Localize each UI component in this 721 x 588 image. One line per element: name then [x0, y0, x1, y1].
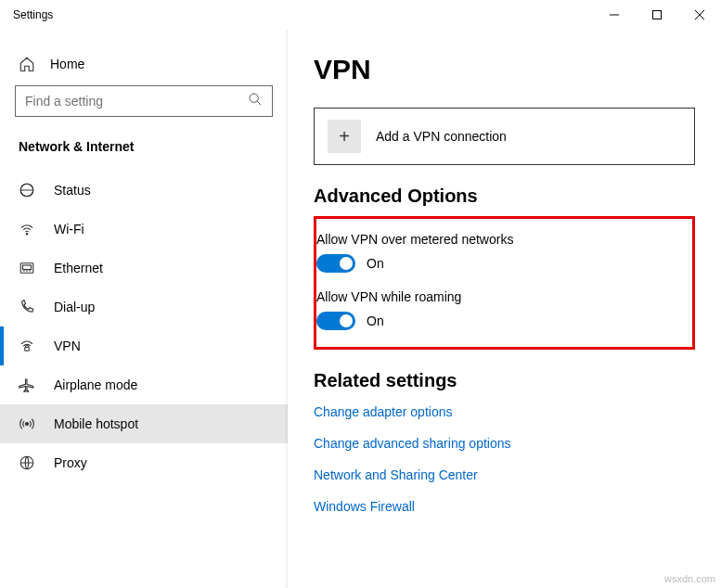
dialup-icon: [19, 299, 35, 315]
sidebar-item-label: Dial-up: [54, 300, 95, 314]
vpn-icon: [19, 338, 35, 354]
advanced-options-heading: Advanced Options: [314, 185, 695, 207]
setting-label-metered: Allow VPN over metered networks: [316, 232, 679, 247]
search-box[interactable]: [15, 85, 273, 117]
sidebar-item-label: Proxy: [54, 455, 87, 470]
sidebar-item-label: Airplane mode: [54, 377, 137, 392]
plus-icon: +: [328, 120, 361, 153]
add-vpn-label: Add a VPN connection: [376, 129, 507, 144]
sidebar: Home Network & Internet Status Wi-Fi Eth: [0, 30, 288, 588]
main-content: VPN + Add a VPN connection Advanced Opti…: [288, 30, 721, 588]
link-adapter-options[interactable]: Change adapter options: [314, 404, 695, 419]
sidebar-item-wifi[interactable]: Wi-Fi: [0, 210, 288, 249]
home-icon: [19, 56, 35, 72]
search-input[interactable]: [16, 94, 272, 109]
advanced-options-highlight: Allow VPN over metered networks On Allow…: [314, 216, 695, 350]
link-advanced-sharing[interactable]: Change advanced sharing options: [314, 436, 695, 451]
sidebar-item-ethernet[interactable]: Ethernet: [0, 249, 288, 288]
svg-point-14: [26, 423, 29, 426]
sidebar-item-status[interactable]: Status: [0, 171, 288, 210]
sidebar-item-proxy[interactable]: Proxy: [0, 443, 288, 482]
maximize-button[interactable]: [636, 0, 678, 30]
svg-rect-9: [23, 265, 32, 270]
close-button[interactable]: [678, 0, 721, 30]
link-windows-firewall[interactable]: Windows Firewall: [314, 499, 695, 514]
toggle-state-metered: On: [367, 256, 384, 271]
link-network-sharing-center[interactable]: Network and Sharing Center: [314, 467, 695, 482]
sidebar-section-title: Network & Internet: [0, 139, 288, 171]
sidebar-item-hotspot[interactable]: Mobile hotspot: [0, 404, 288, 443]
sidebar-item-airplane[interactable]: Airplane mode: [0, 365, 288, 404]
watermark: wsxdn.com: [664, 573, 715, 584]
home-nav[interactable]: Home: [0, 48, 288, 85]
sidebar-item-label: Mobile hotspot: [54, 416, 138, 431]
search-icon: [248, 92, 263, 110]
sidebar-item-label: Ethernet: [54, 261, 103, 275]
airplane-icon: [19, 377, 35, 393]
svg-rect-1: [653, 11, 662, 19]
svg-line-5: [257, 101, 261, 105]
home-label: Home: [50, 57, 84, 71]
page-title: VPN: [314, 54, 695, 85]
titlebar: Settings: [0, 0, 721, 30]
minimize-button[interactable]: [593, 0, 636, 30]
wifi-icon: [19, 221, 35, 237]
svg-rect-13: [25, 348, 30, 352]
hotspot-icon: [19, 415, 35, 432]
status-icon: [19, 182, 35, 198]
sidebar-item-label: VPN: [54, 339, 81, 353]
sidebar-item-label: Wi-Fi: [54, 222, 84, 236]
setting-label-roaming: Allow VPN while roaming: [316, 289, 679, 304]
window-title: Settings: [7, 8, 53, 21]
add-vpn-button[interactable]: + Add a VPN connection: [314, 108, 695, 165]
toggle-state-roaming: On: [367, 313, 384, 328]
proxy-icon: [19, 454, 35, 471]
toggle-roaming[interactable]: [316, 312, 355, 330]
svg-point-7: [26, 234, 28, 236]
ethernet-icon: [19, 260, 35, 276]
related-settings-heading: Related settings: [314, 370, 695, 391]
sidebar-item-label: Status: [54, 183, 91, 198]
sidebar-item-dialup[interactable]: Dial-up: [0, 288, 288, 326]
sidebar-item-vpn[interactable]: VPN: [0, 326, 288, 365]
svg-point-4: [250, 94, 258, 102]
toggle-metered[interactable]: [316, 254, 355, 273]
